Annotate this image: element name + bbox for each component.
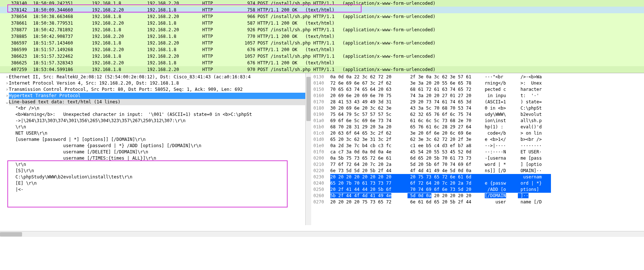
packet-row[interactable]: 37814018:50:09.242351192.168.1.8192.168.…: [0, 0, 644, 7]
tree-scrollbar-h[interactable]: [0, 231, 644, 237]
hex-bytes: 43 3a 5c 70 68 70 53 74: [408, 105, 485, 111]
col-dst: 192.168.2.20: [147, 27, 202, 32]
packet-row[interactable]: 37866118:50:38.779531192.168.2.20192.168…: [0, 20, 644, 26]
hex-row[interactable]: 01b068 70 28 31 29 20 3a 20 65 76 61 6c …: [313, 124, 642, 130]
tree-body-line[interactable]: [username [password | *] [options]] [/DO…: [1, 136, 311, 143]
tree-body-line[interactable]: |<-: [1, 186, 311, 193]
hex-row[interactable]: 02605b 2f 44 4f 4d 41 49 4e 5d 0d 0a 20 …: [313, 193, 642, 199]
hex-ascii: eval()'d: [518, 124, 551, 130]
tree-body-line[interactable]: NET USER\r\n: [1, 130, 311, 136]
col-len: 587: [237, 21, 257, 26]
hex-row[interactable]: 01a069 6f 6e 5c 69 6e 73 74 61 6c 6c 5c …: [313, 118, 642, 124]
hex-bytes: 70 65 63 74 65 64 20 63: [330, 86, 408, 93]
hex-ascii: ··:····N: [485, 149, 518, 155]
hex-bytes: 72 6e 69 6e 67 3c 2f 62: [330, 80, 408, 86]
tree-body-line[interactable]: username [/TIMES:{times | ALL}]\r\n: [1, 155, 311, 161]
hex-offset: 0250: [313, 186, 330, 193]
chevron-right-icon: ›: [5, 74, 9, 80]
hex-row[interactable]: 027020 20 20 20 75 73 65 72 6e 61 6d 65 …: [313, 199, 642, 205]
hex-row[interactable]: 01f0ca c7 3a 0d 0a 0d 0a 4e 45 54 20 55 …: [313, 149, 642, 155]
hex-row[interactable]: 02206e 73 5d 5d 20 5b 2f 44 4f 4d 41 49 …: [313, 168, 642, 174]
tree-body-line[interactable]: \r\n: [1, 124, 311, 130]
col-no: 378661: [11, 21, 33, 26]
hex-row[interactable]: 023020 20 20 20 20 20 20 20 20 75 73 65 …: [313, 174, 642, 180]
tree-body-line[interactable]: ->|\264\313\303\374\301\356\265\304\323\…: [1, 118, 311, 124]
packet-row[interactable]: 37888518:50:42.908737192.168.2.20192.168…: [0, 33, 644, 40]
hex-row[interactable]: 021077 6f 72 64 20 7c 20 2a 5d 20 5b 6f …: [313, 161, 642, 168]
packet-row[interactable]: 38659718:51:57.143460192.168.1.8192.168.…: [0, 40, 644, 46]
packet-row[interactable]: 37814218:50:09.344660192.168.2.20192.168…: [0, 7, 644, 13]
hex-row[interactable]: 018030 20 69 6e 20 3c 62 3e 43 3a 5c 70 …: [313, 105, 642, 111]
tree-http[interactable]: ›Hypertext Transfer Protocol: [1, 93, 311, 99]
packet-row[interactable]: 40725918:53:04.599186192.168.1.8192.168.…: [0, 66, 644, 73]
col-time: 18:50:09.344660: [33, 7, 92, 13]
tree-ethernet[interactable]: ›Ethernet II, Src: RealtekU_2e:08:12 (52…: [1, 74, 311, 80]
hex-bytes: 6e 61 6d 65 20 5b 2f 44: [408, 199, 485, 205]
col-time: 18:50:38.779531: [33, 21, 92, 26]
hex-row[interactable]: 025020 2f 41 44 44 20 5b 6f 70 74 69 6f …: [313, 186, 642, 193]
col-proto: HTTP: [202, 40, 237, 46]
col-dst: 192.168.1.8: [147, 21, 202, 26]
tree-scrollbar-v[interactable]: [305, 73, 311, 225]
tree-body-line[interactable]: [S]\r\n: [1, 168, 311, 174]
col-len: 770: [237, 34, 257, 39]
tree-body-line[interactable]: \r\n: [1, 161, 311, 168]
hex-row[interactable]: 015070 65 63 74 65 64 20 63 68 61 72 61 …: [313, 86, 642, 93]
hex-row[interactable]: 024065 20 7b 70 61 73 73 77 6f 72 64 20 …: [313, 180, 642, 186]
col-len: 1057: [237, 40, 257, 46]
hex-offset: 0210: [313, 161, 330, 168]
chevron-down-icon: ⌄: [5, 99, 9, 105]
packet-row[interactable]: 37887718:50:42.781892192.168.1.8192.168.…: [0, 26, 644, 33]
tree-body-line[interactable]: C:\phpStudy\WWW\b2evolution\install\test…: [1, 174, 311, 180]
hex-bytes: 68 61 72 61 63 74 65 72: [408, 86, 485, 93]
hex-ascii: ns]] [/D: [485, 168, 518, 174]
packet-list[interactable]: 37814018:50:09.242351192.168.1.8192.168.…: [0, 0, 644, 73]
tree-tcp[interactable]: ›Transmission Control Protocol, Src Port…: [1, 86, 311, 93]
hex-offset: 01f0: [313, 149, 330, 155]
hex-row[interactable]: 01d065 20 3c 62 3e 31 3c 2f 62 3e 3c 62 …: [313, 136, 642, 143]
col-no: 378885: [11, 34, 33, 39]
chevron-right-icon: ›: [5, 93, 9, 99]
packet-row[interactable]: 38659918:51:57.149268192.168.2.20192.168…: [0, 46, 644, 53]
hex-bytes: 65 20 3c 62 3e 31 3c 2f: [330, 136, 408, 143]
col-no: 407259: [11, 67, 33, 72]
hex-offset: 0160: [313, 93, 330, 99]
hex-row[interactable]: 019075 64 79 5c 57 57 57 5c 62 32 65 76 …: [313, 111, 642, 118]
hex-row[interactable]: 017028 41 53 43 49 49 3d 31 29 20 73 74 …: [313, 99, 642, 105]
hex-bytes: 5b 2f 44 4f 4d 41 49 4e: [330, 193, 408, 199]
hex-row[interactable]: 01c020 63 6f 64 65 3c 2f 62 3e 20 6f 6e …: [313, 130, 642, 136]
hex-bytes: 0a 2d 3e 7c b4 cb c3 fc: [330, 143, 408, 149]
hex-row[interactable]: 01300a 0d 0a 22 3c 62 72 20 2f 3e 0a 3c …: [313, 74, 642, 80]
col-proto: HTTP: [202, 60, 237, 65]
tree-body-line[interactable]: username {password | *} /ADD [options] […: [1, 143, 311, 149]
col-len: 676: [237, 47, 257, 52]
col-no: 386623: [11, 54, 33, 59]
hex-ascii: OMAIN]··: [518, 168, 551, 174]
packet-row[interactable]: 38662318:51:57.322462192.168.1.8192.168.…: [0, 53, 644, 60]
tree-body-line[interactable]: <b>Warning</b>: Unexpected character in …: [1, 111, 311, 118]
hex-ascii: [485, 174, 518, 180]
tree-linebased[interactable]: ⌄Line-based text data: text/html (14 lin…: [1, 99, 311, 105]
hex-row[interactable]: 014072 6e 69 6e 67 3c 2f 62 3e 3a 20 20 …: [313, 80, 642, 86]
hex-dump[interactable]: 01300a 0d 0a 22 3c 62 72 20 2f 3e 0a 3c …: [311, 73, 644, 231]
col-len: 758: [237, 7, 257, 13]
tree-ip[interactable]: ›Internet Protocol Version 4, Src: 192.1…: [1, 80, 311, 86]
hex-row[interactable]: 01e00a 2d 3e 7c b4 cb c3 fc c1 ee b5 c4 …: [313, 143, 642, 149]
hex-ascii: hp(1) :: [485, 124, 518, 130]
hex-row[interactable]: 016020 69 6e 20 69 6e 70 75 74 3a 20 20 …: [313, 93, 642, 99]
tree-body-line[interactable]: [E] \r\n: [1, 180, 311, 186]
col-dst: 192.168.2.20: [147, 67, 202, 72]
hex-ascii: all\sh.p: [518, 118, 551, 124]
col-no: 386599: [11, 47, 33, 52]
hex-bytes: 5d 20 5b 6f 70 74 69 6f: [408, 161, 485, 168]
chevron-right-icon: ›: [5, 80, 9, 86]
hex-offset: 0170: [313, 99, 330, 105]
protocol-tree[interactable]: ›Ethernet II, Src: RealtekU_2e:08:12 (52…: [0, 73, 311, 193]
packet-row[interactable]: 37865418:50:38.663468192.168.1.8192.168.…: [0, 13, 644, 20]
tree-body-line[interactable]: username [/DELETE] [/DOMAIN]\r\n: [1, 149, 311, 155]
packet-row[interactable]: 38662518:51:57.328343192.168.2.20192.168…: [0, 60, 644, 66]
hex-row[interactable]: 02000a 5b 75 73 65 72 6e 61 6d 65 20 5b …: [313, 155, 642, 161]
tree-body-line[interactable]: "<br />\n: [1, 105, 311, 111]
col-src: 192.168.1.8: [92, 27, 147, 32]
hex-ascii: e <b>1</: [485, 136, 518, 143]
